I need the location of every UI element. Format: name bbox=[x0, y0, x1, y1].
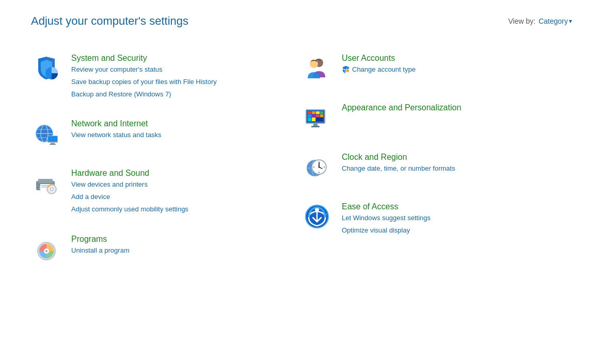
network-internet-link-1[interactable]: View network status and tasks bbox=[71, 130, 162, 141]
network-internet-text: Network and Internet View network status… bbox=[71, 118, 162, 141]
svg-rect-42 bbox=[312, 118, 315, 121]
category-system-security[interactable]: System and Security Review your computer… bbox=[31, 43, 302, 109]
svg-rect-44 bbox=[313, 124, 318, 126]
clock-region-link-1[interactable]: Change date, time, or number formats bbox=[342, 163, 455, 174]
clock-region-icon bbox=[302, 152, 332, 183]
svg-point-57 bbox=[319, 167, 320, 168]
system-security-icon bbox=[31, 53, 62, 84]
svg-rect-34 bbox=[312, 111, 315, 114]
system-security-text: System and Security Review your computer… bbox=[71, 53, 217, 100]
page-header: Adjust your computer's settings View by:… bbox=[0, 0, 603, 38]
category-appearance[interactable]: Appearance and Personalization bbox=[302, 93, 572, 142]
main-content: System and Security Review your computer… bbox=[0, 38, 603, 294]
svg-rect-35 bbox=[316, 111, 320, 114]
svg-rect-37 bbox=[308, 114, 311, 117]
svg-rect-39 bbox=[316, 114, 320, 117]
view-by-container: View by: Category bbox=[509, 17, 572, 25]
hardware-sound-link-1[interactable]: View devices and printers bbox=[71, 179, 188, 190]
ease-of-access-title[interactable]: Ease of Access bbox=[342, 202, 431, 211]
page-title: Adjust your computer's settings bbox=[31, 14, 188, 28]
appearance-text: Appearance and Personalization bbox=[342, 102, 461, 112]
svg-rect-43 bbox=[316, 118, 323, 121]
user-accounts-link-1[interactable]: Change account type bbox=[342, 64, 416, 75]
appearance-icon bbox=[302, 102, 332, 133]
view-by-label: View by: bbox=[509, 17, 536, 25]
svg-point-20 bbox=[50, 188, 53, 191]
category-programs[interactable]: Programs Uninstall a program bbox=[31, 224, 302, 274]
system-security-link-1[interactable]: Review your computer's status bbox=[71, 64, 217, 75]
appearance-title[interactable]: Appearance and Personalization bbox=[342, 103, 461, 112]
hardware-sound-title[interactable]: Hardware and Sound bbox=[71, 169, 188, 178]
category-clock-region[interactable]: Clock and Region Change date, time, or n… bbox=[302, 142, 572, 192]
category-hardware-sound[interactable]: Hardware and Sound View devices and prin… bbox=[31, 158, 302, 224]
svg-rect-10 bbox=[50, 144, 56, 145]
hardware-sound-icon bbox=[31, 168, 62, 198]
ease-of-access-link-1[interactable]: Let Windows suggest settings bbox=[342, 213, 431, 224]
system-security-link-2[interactable]: Save backup copies of your files with Fi… bbox=[71, 77, 217, 88]
right-column: User Accounts bbox=[302, 43, 572, 274]
svg-rect-12 bbox=[38, 179, 53, 183]
clock-region-text: Clock and Region Change date, time, or n… bbox=[342, 152, 455, 174]
network-internet-icon bbox=[31, 118, 62, 149]
svg-rect-38 bbox=[312, 114, 315, 117]
ease-of-access-link-2[interactable]: Optimize visual display bbox=[342, 225, 431, 236]
svg-rect-8 bbox=[48, 136, 57, 142]
svg-rect-9 bbox=[51, 143, 55, 144]
svg-rect-40 bbox=[320, 114, 323, 117]
system-security-link-3[interactable]: Backup and Restore (Windows 7) bbox=[71, 89, 217, 100]
svg-rect-17 bbox=[41, 187, 47, 188]
user-accounts-title[interactable]: User Accounts bbox=[342, 54, 416, 63]
ease-of-access-text: Ease of Access Let Windows suggest setti… bbox=[342, 201, 431, 236]
left-column: System and Security Review your computer… bbox=[31, 43, 302, 274]
system-security-title[interactable]: System and Security bbox=[71, 54, 217, 63]
programs-icon bbox=[31, 234, 62, 264]
hardware-sound-link-3[interactable]: Adjust commonly used mobility settings bbox=[71, 204, 188, 215]
programs-link-1[interactable]: Uninstall a program bbox=[71, 245, 130, 256]
svg-rect-41 bbox=[308, 118, 311, 121]
hardware-sound-text: Hardware and Sound View devices and prin… bbox=[71, 168, 188, 214]
svg-point-27 bbox=[45, 250, 47, 252]
programs-text: Programs Uninstall a program bbox=[71, 234, 130, 256]
programs-title[interactable]: Programs bbox=[71, 235, 130, 244]
ease-of-access-icon bbox=[302, 201, 332, 232]
category-network-internet[interactable]: Network and Internet View network status… bbox=[31, 109, 302, 158]
network-internet-title[interactable]: Network and Internet bbox=[71, 119, 162, 128]
clock-region-title[interactable]: Clock and Region bbox=[342, 153, 455, 162]
shield-badge-icon bbox=[342, 65, 350, 74]
svg-rect-45 bbox=[311, 126, 320, 127]
user-accounts-text: User Accounts bbox=[342, 53, 416, 75]
category-user-accounts[interactable]: User Accounts bbox=[302, 43, 572, 93]
svg-rect-33 bbox=[308, 111, 311, 114]
user-accounts-icon bbox=[302, 53, 332, 84]
svg-point-29 bbox=[310, 60, 318, 68]
view-by-dropdown[interactable]: Category bbox=[538, 17, 572, 25]
svg-rect-36 bbox=[320, 111, 323, 114]
hardware-sound-link-2[interactable]: Add a device bbox=[71, 192, 188, 203]
category-ease-of-access[interactable]: Ease of Access Let Windows suggest setti… bbox=[302, 192, 572, 245]
